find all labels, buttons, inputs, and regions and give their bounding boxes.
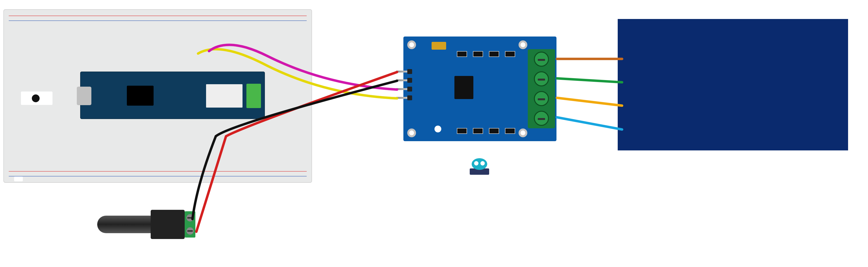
ublox-module — [206, 84, 243, 108]
arduino-labels-top — [88, 81, 257, 85]
ttl-pin-vcc — [396, 71, 408, 73]
power-rail-bot-pos — [9, 171, 307, 171]
terminal-y — [534, 111, 549, 126]
usb-connector — [77, 87, 91, 105]
owl-icon — [468, 158, 490, 177]
module-logo — [434, 126, 443, 132]
ttl-header — [396, 71, 408, 99]
ic-chip — [455, 76, 473, 99]
jack-body — [151, 210, 185, 239]
arduino-header-bot — [88, 110, 257, 117]
terminal-b — [534, 71, 549, 86]
screw-terminals — [528, 49, 555, 128]
diodes-bot — [457, 128, 520, 135]
arduino-header-top — [88, 73, 257, 80]
ttl-pin-rxd — [396, 88, 408, 90]
newbiely-logo — [461, 158, 498, 179]
breadboard-col-numbers-bot — [15, 153, 301, 158]
antenna — [246, 84, 261, 108]
breadboard-link — [14, 177, 23, 181]
rs422-device — [618, 19, 848, 151]
diyables-logo — [21, 91, 53, 105]
breadboard-row-letters-left — [8, 42, 12, 151]
jack-screw-terminals — [185, 211, 195, 238]
ttl-pin-gnd — [396, 79, 408, 81]
wire-y-to-r-plus-cyan — [557, 117, 622, 130]
power-rail-top-pos — [9, 16, 307, 16]
power-rail-bot-neg — [9, 176, 307, 177]
screw-neg — [186, 227, 194, 235]
screw-pos — [186, 214, 194, 221]
power-rail-top-neg — [9, 21, 307, 21]
arduino-nano-esp32 — [80, 72, 265, 119]
ttl-pin-txd — [396, 97, 408, 99]
arduino-labels-bot — [88, 106, 257, 110]
mount-hole — [519, 41, 527, 49]
mount-hole — [407, 129, 416, 137]
terminal-a — [534, 52, 549, 67]
mount-hole — [407, 41, 416, 49]
rs422-to-ttl-module — [403, 36, 556, 141]
breadboard-col-numbers-top — [15, 34, 301, 39]
terminal-z — [534, 91, 549, 106]
wire-z-to-r-minus-orange — [557, 98, 622, 106]
wire-b-to-t-minus-green — [557, 78, 622, 82]
dc-barrel-jack — [97, 210, 194, 239]
capacitor — [432, 42, 446, 50]
breadboard-row-letters-right — [303, 42, 308, 151]
mcu-chip — [127, 86, 154, 106]
diodes-top — [457, 51, 520, 58]
